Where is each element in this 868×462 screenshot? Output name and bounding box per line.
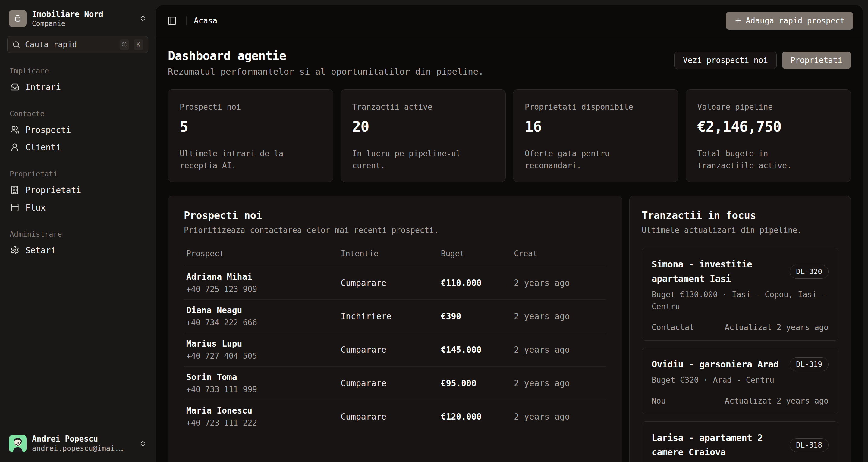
deal-card-header: Larisa - apartament 2 camere Craiova DL-… (652, 431, 829, 460)
column-header-intentie: Intentie (341, 249, 441, 258)
sidebar-item-setari[interactable]: Setari (7, 241, 148, 259)
column-header-buget: Buget (441, 249, 514, 258)
stat-card-proprietati-disponibile: Proprietati disponibile 16 Oferte gata p… (513, 90, 678, 182)
table-row[interactable]: Marius Lupu +40 727 404 505 Cumparare €1… (184, 333, 606, 366)
leads-panel-title: Prospecti noi (184, 209, 606, 221)
stat-card-tranzactii-active: Tranzactii active 20 In lucru pe pipelin… (341, 90, 506, 182)
deal-card[interactable]: Larisa - apartament 2 camere Craiova DL-… (642, 421, 838, 462)
user-menu[interactable]: Andrei Popescu andrei.popescu@imai.… (7, 432, 148, 455)
sidebar-toggle-button[interactable] (165, 14, 179, 27)
deal-meta: Buget €130.000 · Iasi - Copou, Iasi - Ce… (652, 289, 829, 312)
sidebar-item-label: Flux (25, 203, 45, 212)
sidebar-item-prospecti[interactable]: Prospecti (7, 121, 148, 138)
lead-created: 2 years ago (514, 278, 604, 288)
lead-budget: €95.000 (441, 378, 514, 388)
deal-card[interactable]: Simona - investitie apartament Iasi DL-3… (642, 248, 838, 341)
stat-value: 16 (525, 118, 667, 135)
section-label-contacte: Contacte (10, 110, 146, 118)
stat-label: Proprietati disponibile (525, 102, 667, 111)
lead-created: 2 years ago (514, 345, 604, 355)
inbox-icon (10, 82, 19, 92)
lead-phone: +40 723 111 222 (186, 418, 341, 428)
quick-search[interactable]: ⌘ K (7, 36, 148, 53)
avatar-illustration (9, 435, 27, 452)
deal-card-header: Simona - investitie apartament Iasi DL-3… (652, 257, 829, 286)
company-info: Imobiliare Nord Companie (32, 9, 134, 28)
company-switcher[interactable]: Imobiliare Nord Companie (7, 7, 148, 30)
deal-updated: Actualizat 2 years ago (725, 323, 829, 332)
focus-panel-subtitle: Ultimele actualizari din pipeline. (642, 226, 838, 235)
main-panel: Acasa Adauga rapid prospect Dashboard ag… (156, 5, 863, 462)
bottom-row: Prospecti noi Prioritizeaza contactarea … (168, 196, 851, 462)
sidebar-item-label: Proprietati (25, 185, 81, 195)
table-row[interactable]: Diana Neagu +40 734 222 666 Inchiriere €… (184, 300, 606, 333)
cell-prospect: Maria Ionescu +40 723 111 222 (186, 405, 341, 428)
stat-label: Tranzactii active (352, 102, 494, 111)
deal-code-badge: DL-320 (789, 265, 829, 278)
search-input[interactable] (25, 40, 115, 49)
stat-label: Prospecti noi (180, 102, 321, 111)
column-header-creat: Creat (514, 249, 604, 258)
breadcrumb[interactable]: Acasa (194, 16, 217, 25)
plus-icon (734, 17, 742, 25)
lead-phone: +40 725 123 909 (186, 284, 341, 294)
add-prospect-button[interactable]: Adauga rapid prospect (726, 12, 853, 30)
lead-created: 2 years ago (514, 378, 604, 388)
chevrons-up-down-icon (139, 440, 147, 447)
company-logo (9, 10, 27, 27)
page-content: Dashboard agentie Rezumatul performantel… (156, 36, 863, 462)
stat-label: Valoare pipeline (698, 102, 839, 111)
deal-card[interactable]: Ovidiu - garsoniera Arad DL-319 Buget €3… (642, 348, 838, 414)
table-row[interactable]: Adriana Mihai +40 725 123 909 Cumparare … (184, 266, 606, 300)
stat-card-prospecti-noi: Prospecti noi 5 Ultimele intrari de la r… (168, 90, 333, 182)
table-row[interactable]: Maria Ionescu +40 723 111 222 Cumparare … (184, 400, 606, 433)
company-name: Imobiliare Nord (32, 9, 134, 19)
properties-button[interactable]: Proprietati (782, 52, 851, 69)
stat-value: 5 (180, 118, 321, 135)
company-type: Companie (32, 19, 134, 28)
users-icon (10, 125, 19, 134)
focus-deals-panel: Tranzactii in focus Ultimele actualizari… (629, 196, 851, 462)
sidebar-item-intrari[interactable]: Intrari (7, 78, 148, 96)
deal-title: Ovidiu - garsoniera Arad (652, 357, 789, 372)
sidebar-item-label: Setari (25, 245, 56, 255)
leads-panel-subtitle: Prioritizeaza contactarea celor mai rece… (184, 226, 606, 235)
sidebar-item-label: Clienti (25, 142, 61, 153)
lead-name: Adriana Mihai (186, 271, 341, 283)
view-new-leads-button[interactable]: Vezi prospecti noi (674, 52, 777, 69)
user-name: Andrei Popescu (32, 434, 134, 444)
new-leads-panel: Prospecti noi Prioritizeaza contactarea … (168, 196, 622, 462)
lead-name: Marius Lupu (186, 338, 341, 350)
avatar (9, 435, 27, 452)
stat-description: Ultimele intrari de la receptia AI. (180, 147, 306, 172)
shortcut-k-key: K (134, 39, 143, 50)
sidebar-item-flux[interactable]: Flux (7, 199, 148, 216)
sidebar-item-clienti[interactable]: Clienti (7, 138, 148, 156)
section-label-proprietati: Proprietati (10, 170, 146, 178)
leads-table: Prospect Intentie Buget Creat Adriana Mi… (184, 249, 606, 433)
user-icon (10, 143, 19, 152)
page-title: Dashboard agentie (168, 48, 484, 63)
table-row[interactable]: Sorin Toma +40 733 111 999 Cumparare €95… (184, 366, 606, 400)
lead-created: 2 years ago (514, 311, 604, 321)
deal-status: Nou (652, 396, 666, 405)
cell-prospect: Diana Neagu +40 734 222 666 (186, 305, 341, 328)
stat-card-valoare-pipeline: Valoare pipeline €2,146,750 Total bugete… (686, 90, 851, 182)
lead-name: Maria Ionescu (186, 405, 341, 417)
shortcut-cmd-key: ⌘ (120, 39, 129, 50)
building-icon (10, 186, 19, 195)
deal-status: Contactat (652, 323, 694, 332)
lead-intent: Cumparare (341, 378, 441, 388)
app-root: { "colors":{ "app":"#1a1817","panel":"#0… (0, 0, 868, 462)
add-prospect-label: Adauga rapid prospect (746, 16, 845, 25)
deal-updated: Actualizat 2 years ago (725, 396, 829, 405)
lead-intent: Cumparare (341, 345, 441, 355)
lead-intent: Inchiriere (341, 311, 441, 321)
sidebar-item-label: Intrari (25, 82, 61, 92)
panel-top-icon (10, 203, 19, 212)
column-header-prospect: Prospect (186, 249, 341, 258)
stat-value: 20 (352, 118, 494, 135)
sidebar-item-proprietati[interactable]: Proprietati (7, 181, 148, 199)
gear-icon (10, 246, 19, 255)
deal-list: Simona - investitie apartament Iasi DL-3… (642, 248, 838, 462)
